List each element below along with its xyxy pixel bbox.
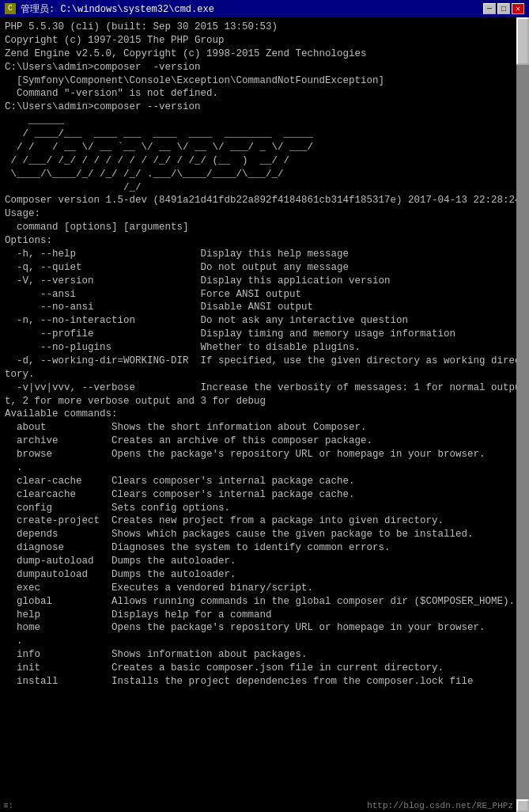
terminal-line: C:\Users\admin>composer --version (5, 101, 524, 114)
scrollbar-thumb[interactable] (516, 17, 529, 65)
terminal-line: Composer version 1.5-dev (8491a21d41fdb2… (5, 194, 524, 207)
terminal-line: . (5, 461, 524, 475)
terminal-line: config Sets config options. (5, 502, 524, 515)
maximize-button[interactable]: □ (497, 3, 510, 14)
terminal-line: Command "-version" is not defined. (5, 87, 524, 101)
title-bar-left: C 管理员: C:\windows\system32\cmd.exe (5, 2, 214, 16)
title-controls: ─ □ ✕ (483, 3, 524, 14)
terminal-line: . (5, 635, 524, 648)
bottom-bar: ≡: http://blog.csdn.net/RE_PHPz (0, 799, 516, 812)
terminal-line: info Shows information about packages. (5, 648, 524, 662)
window-title: 管理员: C:\windows\system32\cmd.exe (21, 2, 214, 16)
terminal-line: clear-cache Clears composer's internal p… (5, 475, 524, 488)
minimize-button[interactable]: ─ (483, 3, 496, 14)
scrollbar[interactable]: ▼ (516, 17, 529, 812)
cmd-icon: C (5, 3, 16, 14)
terminal-line: clearcache Clears composer's internal pa… (5, 488, 524, 502)
terminal-line: browse Opens the package's repository UR… (5, 448, 524, 461)
terminal-line: --profile Display timing and memory usag… (5, 328, 524, 341)
terminal-line: global Allows running commands in the gl… (5, 595, 524, 609)
terminal-line: about Shows the short information about … (5, 421, 524, 434)
terminal-line: Available commands: (5, 408, 524, 421)
terminal-line: -n, --no-interaction Do not ask any inte… (5, 314, 524, 328)
terminal-line: help Displays help for a command (5, 609, 524, 622)
terminal-line: exec Executes a vendored binary/script. (5, 582, 524, 595)
close-button[interactable]: ✕ (512, 3, 524, 14)
terminal-line: Usage: (5, 207, 524, 221)
title-bar: C 管理员: C:\windows\system32\cmd.exe ─ □ ✕ (0, 0, 529, 17)
terminal-line: Options: (5, 234, 524, 248)
terminal-line: init Creates a basic composer.json file … (5, 662, 524, 675)
terminal-line: home Opens the package's repository URL … (5, 621, 524, 635)
terminal-line: ______ (5, 114, 524, 127)
terminal-line: -V, --version Display this application v… (5, 275, 524, 288)
terminal-line: --no-plugins Whether to disable plugins. (5, 341, 524, 355)
terminal-line: -d, --working-dir=WORKING-DIR If specifi… (5, 355, 524, 381)
terminal-line: -q, --quiet Do not output any message (5, 261, 524, 275)
terminal-line: diagnose Diagnoses the system to identif… (5, 541, 524, 555)
terminal-line: [Symfony\Component\Console\Exception\Com… (5, 74, 524, 88)
url-label: http://blog.csdn.net/RE_PHPz (367, 801, 513, 810)
scrollbar-down-button[interactable]: ▼ (516, 799, 529, 812)
terminal-line: --no-ansi Disable ANSI output (5, 301, 524, 314)
terminal-line: Zend Engine v2.5.0, Copyright (c) 1998-2… (5, 47, 524, 61)
terminal-line: -h, --help Display this help message (5, 248, 524, 261)
terminal-line: / /___/ /_/ / / / / / / /_/ / /_/ (__ ) … (5, 154, 524, 168)
terminal-line: archive Creates an archive of this compo… (5, 434, 524, 448)
terminal-line: \____/\____/_/ /_/ /_/ .___/\____/____/\… (5, 168, 524, 181)
terminal-line: C:\Users\admin>composer -version (5, 61, 524, 74)
terminal-line: command [options] [arguments] (5, 221, 524, 234)
terminal-line: -v|vv|vvv, --verbose Increase the verbos… (5, 381, 524, 408)
terminal-line: /_/ (5, 181, 524, 195)
terminal-line: create-project Creates new project from … (5, 514, 524, 528)
terminal-line: Copyright (c) 1997-2015 The PHP Group (5, 34, 524, 47)
terminal-line: / / / __ \/ __ `__ \/ __ \/ __ \/ ___/ _… (5, 141, 524, 154)
terminal-line: PHP 5.5.30 (cli) (built: Sep 30 2015 13:… (5, 21, 524, 34)
terminal-line: install Installs the project dependencie… (5, 675, 524, 689)
cursor-indicator: ≡: (3, 801, 13, 810)
terminal-line: dump-autoload Dumps the autoloader. (5, 555, 524, 568)
terminal-line: --ansi Force ANSI output (5, 288, 524, 302)
terminal-line: / ____/___ ____ ___ ____ ____ ________ _… (5, 127, 524, 141)
terminal-line: depends Shows which packages cause the g… (5, 528, 524, 541)
terminal-output: PHP 5.5.30 (cli) (built: Sep 30 2015 13:… (0, 17, 529, 812)
terminal-line: dumpautoload Dumps the autoloader. (5, 568, 524, 582)
